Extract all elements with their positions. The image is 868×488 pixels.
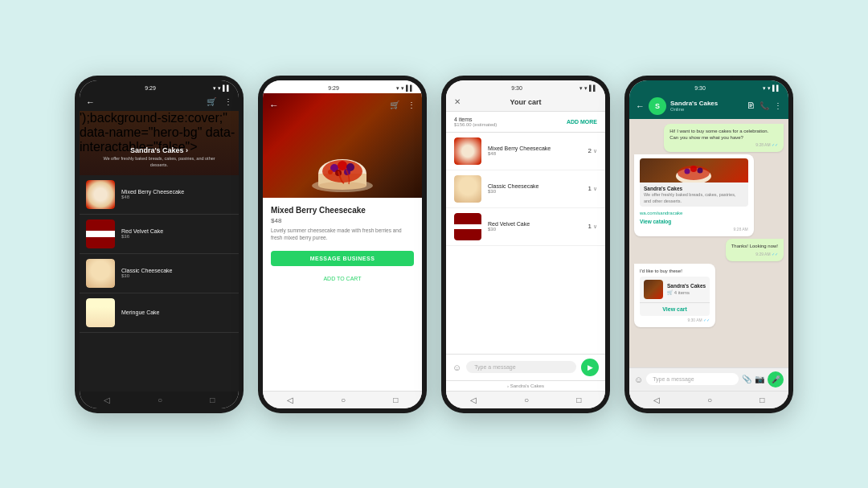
cart-icon-1[interactable]: 🛒	[207, 97, 216, 106]
chat-header-info: Sandra's Cakes Online	[670, 100, 743, 112]
svg-point-6	[338, 161, 347, 170]
menu-icon-4[interactable]: ⋮	[774, 101, 782, 110]
add-to-cart-button[interactable]: ADD TO CART	[271, 273, 414, 285]
nav-back-2[interactable]: ◁	[287, 396, 293, 404]
item-name-4: Meringue Cake	[121, 310, 159, 315]
product-header-overlay: ← 🛒 ⋮	[263, 100, 422, 111]
cart-item-name-2: Classic Cheesecake	[488, 183, 588, 189]
status-icons-2: ▾ ▾ ▌▌	[396, 85, 414, 92]
status-bar-2: 9:29 ▾ ▾ ▌▌	[263, 80, 422, 93]
qty-chevron-1: ∨	[593, 148, 597, 154]
nav-back-1[interactable]: ◁	[104, 396, 110, 404]
nav-home-3[interactable]: ○	[524, 396, 529, 404]
status-bar-4: 9:30 ▾ ▾ ▌▌	[629, 80, 788, 93]
svg-point-10	[328, 170, 333, 174]
chat-body: Hi! I want to buy some cakes for a celeb…	[629, 119, 788, 367]
catalog-item-1[interactable]: Mixed Berry Cheesecake $48	[80, 175, 239, 215]
mic-button[interactable]: 🎤	[768, 371, 784, 388]
nav-recent-2[interactable]: □	[393, 396, 398, 404]
cart-item-3: Red Velvet Cake $30 1 ∨	[446, 208, 605, 246]
status-time-3: 9:30	[511, 85, 522, 91]
nav-home-1[interactable]: ○	[158, 396, 162, 404]
store-name-1: Sandra's Cakes ›	[130, 146, 188, 154]
phone-1: 9:29 ▾ ▾ ▌▌ ← 🛒 ⋮ ');background-size:cov…	[75, 76, 244, 413]
cart-close-btn[interactable]: ✕	[454, 97, 461, 106]
qty-value-1: 2	[588, 147, 592, 154]
nav-recent-4[interactable]: □	[760, 396, 764, 404]
add-more-btn[interactable]: ADD MORE	[567, 119, 597, 125]
qty-control-2[interactable]: 1 ∨	[588, 185, 597, 192]
cart-header: ✕ Your cart	[446, 93, 605, 112]
catalog-item-4[interactable]: Meringue Cake	[80, 293, 239, 333]
back-button-2[interactable]: ←	[269, 100, 279, 111]
msg-text-2: Thanks! Looking now!	[731, 244, 778, 248]
chat-status: Online	[670, 107, 743, 112]
phone-2-screen: 9:29 ▾ ▾ ▌▌	[263, 80, 422, 408]
product-detail: Mixed Berry Cheesecake $48 Lovely summer…	[263, 198, 422, 391]
phone-2: 9:29 ▾ ▾ ▌▌	[258, 76, 427, 413]
nav-back-4[interactable]: ◁	[653, 396, 660, 404]
menu-icon-1[interactable]: ⋮	[224, 97, 232, 106]
svg-point-14	[690, 166, 697, 172]
cart-icon-2[interactable]: 🛒	[390, 100, 399, 109]
video-icon[interactable]: 🖹	[747, 101, 755, 110]
phone-icon[interactable]: 📞	[760, 101, 769, 110]
qty-control-1[interactable]: 2 ∨	[588, 147, 597, 154]
catalog-item-3[interactable]: Classic Cheesecake $30	[80, 254, 239, 293]
chat-input-field-3[interactable]: Type a message	[466, 361, 576, 373]
status-time-1: 9:29	[145, 85, 156, 91]
status-bar-3: 9:30 ▾ ▾ ▌▌	[446, 80, 605, 93]
cart-item-price-2: $30	[488, 189, 588, 194]
cart-bubble-text: I'd like to buy these!	[640, 268, 710, 274]
item-info-3: Classic Cheesecake $30	[121, 268, 172, 278]
items-count: 4 items	[454, 117, 497, 122]
attach-icon[interactable]: 📎	[742, 375, 751, 383]
phone-notch-2	[318, 76, 366, 80]
send-button-3[interactable]: ▶	[581, 359, 599, 376]
chat-back-btn[interactable]: ←	[636, 101, 645, 111]
nav-bottom-2: ◁ ○ □	[263, 391, 422, 408]
status-time-4: 9:30	[694, 85, 706, 91]
product-image-container: ← 🛒 ⋮	[263, 93, 422, 198]
phones-container: 9:29 ▾ ▾ ▌▌ ← 🛒 ⋮ ');background-size:cov…	[59, 59, 809, 429]
nav-recent-3[interactable]: □	[576, 396, 581, 404]
cart-item-price-1: $48	[488, 151, 588, 156]
item-img-3	[86, 259, 115, 288]
cart-bubble-img	[644, 280, 663, 299]
cart-bubble[interactable]: Sandra's Cakes 🛒 4 items View cart	[640, 277, 710, 316]
qty-control-3[interactable]: 1 ∨	[588, 223, 597, 230]
view-cart-link[interactable]: View cart	[640, 302, 710, 316]
nav-home-2[interactable]: ○	[341, 396, 346, 404]
emoji-icon-4[interactable]: ☺	[634, 375, 643, 384]
product-price: $48	[271, 217, 414, 224]
view-catalog-btn[interactable]: View catalog	[640, 218, 748, 225]
cart-item-img-2	[454, 175, 481, 203]
nav-back-3[interactable]: ◁	[470, 396, 477, 404]
nav-recent-1[interactable]: □	[210, 396, 215, 404]
menu-icon-2[interactable]: ⋮	[407, 100, 416, 109]
msg-time-3: 9:29 AM ✓✓	[731, 252, 778, 257]
svg-point-15	[698, 168, 703, 174]
chat-input-bar-3: ☺ Type a message ▶	[446, 354, 605, 380]
cart-item-name-1: Mixed Berry Cheesecake	[488, 146, 588, 151]
cart-item-info-3: Red Velvet Cake $30	[488, 221, 588, 232]
cart-title: Your cart	[510, 98, 542, 106]
chat-avatar: S	[649, 97, 666, 115]
msg-time-1: 9:28 AM ✓✓	[669, 142, 778, 148]
cart-bubble-header: Sandra's Cakes 🛒 4 items	[640, 277, 710, 302]
item-price-3: $30	[121, 273, 172, 278]
cart-total: $156.00 (estimated)	[454, 122, 497, 127]
nav-home-4[interactable]: ○	[707, 396, 712, 404]
catalog-card[interactable]: Sandra's Cakes We offer freshly baked br…	[640, 158, 748, 206]
emoji-icon-3[interactable]: ☺	[452, 363, 461, 372]
chat-input-field-4[interactable]: Type a message	[646, 373, 739, 385]
catalog-item-2[interactable]: Red Velvet Cake $36	[80, 215, 239, 254]
view-catalog-link[interactable]: wa.com/sandracake	[640, 210, 748, 216]
chat-name: Sandra's Cakes	[670, 100, 743, 107]
cart-item-info-1: Mixed Berry Cheesecake $48	[488, 146, 588, 156]
msg-time-4: 9:30 AM ✓✓	[640, 318, 710, 323]
back-button-1[interactable]: ←	[86, 97, 95, 107]
camera-icon[interactable]: 📷	[755, 375, 764, 383]
product-title: Mixed Berry Cheesecake	[271, 206, 414, 215]
message-business-button[interactable]: MESSAGE BUSINESS	[271, 251, 414, 266]
